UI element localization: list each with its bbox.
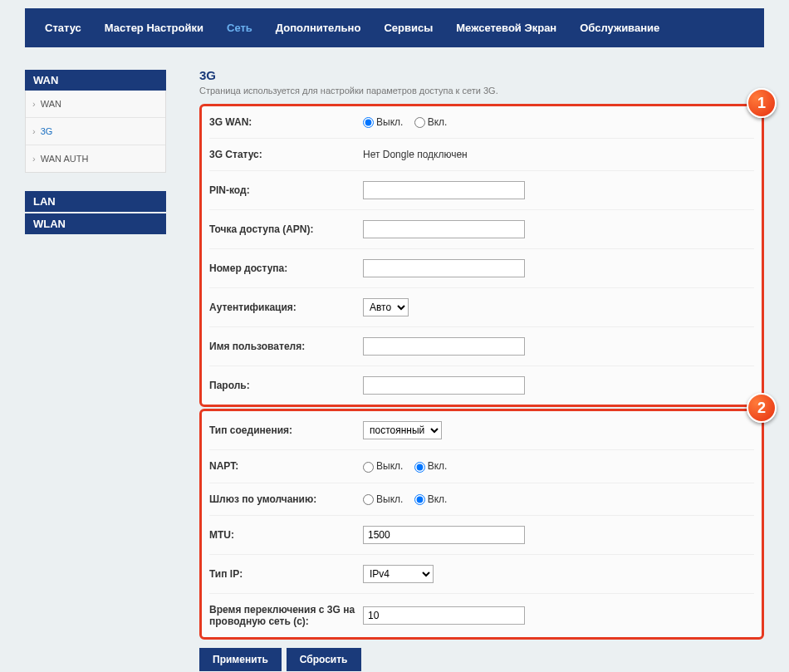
input-pass[interactable] [363, 376, 525, 395]
input-dialnum[interactable] [363, 259, 525, 277]
radio-defgw-on[interactable]: Вкл. [414, 493, 448, 505]
radio-napt-on[interactable]: Вкл. [414, 460, 448, 472]
sidebar-header-lan[interactable]: LAN [25, 191, 166, 212]
sidebar-item-3g[interactable]: 3G [26, 118, 165, 145]
label-conntype: Тип соединения: [209, 424, 363, 436]
label-pin: PIN-код: [209, 184, 363, 196]
radio-napt-off[interactable]: Выкл. [363, 460, 403, 472]
nav-maintenance[interactable]: Обслуживание [568, 8, 671, 47]
nav-firewall[interactable]: Межсетевой Экран [444, 8, 568, 47]
label-defgw: Шлюз по умолчанию: [209, 493, 363, 505]
page-desc: Страница используется для настройки пара… [199, 86, 764, 96]
main-content: 3G Страница используется для настройки п… [199, 68, 764, 672]
label-3gstatus: 3G Статус: [209, 149, 363, 160]
sidebar-item-wanauth[interactable]: WAN AUTH [26, 145, 165, 172]
label-user: Имя пользователя: [209, 341, 363, 352]
radio-defgw-off[interactable]: Выкл. [363, 493, 403, 505]
select-conntype[interactable]: постоянный [363, 421, 442, 439]
reset-button[interactable]: Сбросить [287, 648, 361, 671]
apply-button[interactable]: Применить [199, 648, 282, 671]
label-iptype: Тип IP: [209, 568, 363, 580]
input-switchtime[interactable] [363, 606, 525, 625]
select-iptype[interactable]: IPv4 [363, 565, 434, 583]
label-dialnum: Номер доступа: [209, 262, 363, 274]
radio-3gwan-off[interactable]: Выкл. [363, 116, 403, 128]
select-auth[interactable]: Авто [363, 298, 409, 316]
input-user[interactable] [363, 337, 525, 356]
sidebar-item-wan[interactable]: WAN [26, 91, 165, 118]
value-3gstatus: Нет Dongle подключен [363, 149, 754, 160]
marker-1-icon: 1 [747, 88, 777, 118]
input-pin[interactable] [363, 181, 525, 199]
label-pass: Пароль: [209, 380, 363, 391]
nav-wizard[interactable]: Мастер Настройки [93, 8, 215, 47]
label-mtu: MTU: [209, 529, 363, 541]
nav-advanced[interactable]: Дополнительно [264, 8, 373, 47]
radio-3gwan-on[interactable]: Вкл. [414, 116, 448, 128]
sidebar-header-wlan[interactable]: WLAN [25, 213, 166, 234]
section-1: 1 3G WAN: Выкл. Вкл. 3G Статус: Нет Dong… [199, 104, 764, 407]
input-mtu[interactable] [363, 526, 525, 544]
nav-network[interactable]: Сеть [215, 8, 264, 47]
marker-2-icon: 2 [747, 393, 777, 423]
nav-services[interactable]: Сервисы [372, 8, 444, 47]
label-napt: NAPT: [209, 460, 363, 472]
nav-status[interactable]: Статус [33, 8, 93, 47]
label-3gwan: 3G WAN: [209, 116, 363, 128]
input-apn[interactable] [363, 220, 525, 238]
label-auth: Аутентификация: [209, 302, 363, 313]
page-title: 3G [199, 68, 764, 82]
sidebar: WAN WAN 3G WAN AUTH LAN WLAN [25, 68, 166, 672]
label-apn: Точка доступа (APN): [209, 223, 363, 235]
top-navbar: Статус Мастер Настройки Сеть Дополнитель… [25, 8, 764, 47]
section-2: 2 Тип соединения: постоянный NAPT: Выкл.… [199, 409, 764, 640]
sidebar-header-wan[interactable]: WAN [25, 70, 166, 91]
label-switchtime: Время переключения с 3G на проводную сет… [209, 604, 363, 627]
